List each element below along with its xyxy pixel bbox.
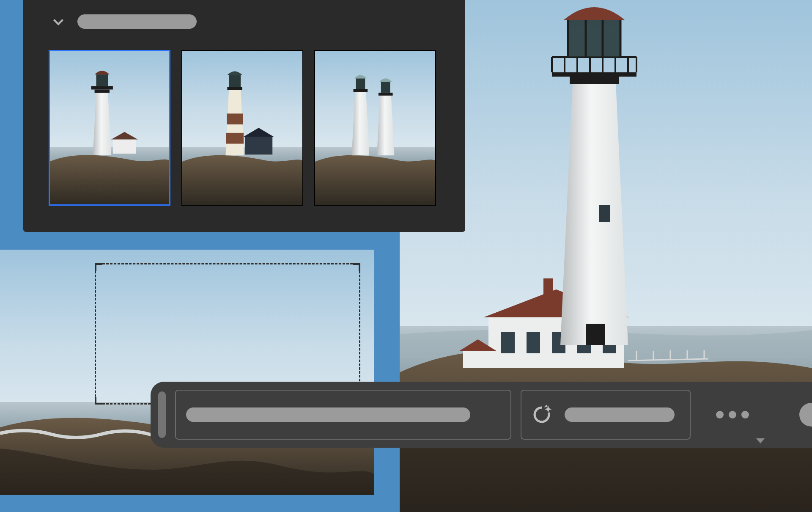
secondary-image-preview[interactable] bbox=[0, 250, 374, 495]
svg-rect-11 bbox=[463, 351, 493, 368]
svg-rect-56 bbox=[226, 133, 244, 144]
drag-handle[interactable] bbox=[158, 391, 166, 438]
overflow-control[interactable] bbox=[799, 403, 812, 427]
variation-thumb-1[interactable] bbox=[49, 50, 170, 206]
svg-rect-47 bbox=[95, 90, 110, 93]
variation-thumb-3[interactable] bbox=[314, 50, 436, 206]
svg-rect-7 bbox=[527, 332, 540, 353]
collapse-toggle[interactable] bbox=[49, 12, 68, 31]
variation-thumb-2[interactable] bbox=[181, 50, 303, 206]
dot-icon bbox=[729, 411, 736, 418]
svg-rect-33 bbox=[586, 324, 605, 345]
svg-rect-4 bbox=[543, 278, 553, 295]
variations-panel bbox=[23, 0, 465, 232]
svg-rect-15 bbox=[552, 72, 636, 77]
prompt-input[interactable] bbox=[175, 390, 511, 440]
svg-rect-59 bbox=[315, 51, 435, 155]
more-options-button[interactable] bbox=[716, 411, 749, 418]
svg-rect-52 bbox=[245, 137, 272, 155]
chevron-down-icon bbox=[51, 14, 66, 29]
svg-rect-62 bbox=[354, 89, 368, 92]
svg-rect-58 bbox=[229, 75, 241, 87]
more-options-caret-icon bbox=[756, 438, 765, 445]
generate-button[interactable] bbox=[521, 390, 691, 440]
svg-rect-44 bbox=[113, 140, 136, 154]
dot-icon bbox=[741, 411, 749, 418]
svg-rect-55 bbox=[227, 113, 243, 124]
svg-rect-57 bbox=[227, 87, 242, 90]
svg-rect-65 bbox=[379, 93, 393, 96]
coast-illustration bbox=[0, 250, 374, 495]
svg-rect-49 bbox=[96, 74, 108, 86]
svg-rect-48 bbox=[91, 86, 113, 90]
svg-rect-32 bbox=[599, 205, 610, 222]
svg-rect-66 bbox=[381, 82, 390, 93]
generate-sparkle-icon bbox=[531, 404, 553, 426]
svg-rect-26 bbox=[568, 20, 620, 57]
variation-thumbnails bbox=[49, 50, 452, 206]
svg-marker-68 bbox=[544, 405, 548, 407]
svg-rect-63 bbox=[356, 78, 365, 89]
svg-marker-69 bbox=[756, 438, 765, 443]
dot-icon bbox=[716, 411, 724, 418]
generate-label-placeholder bbox=[565, 407, 675, 422]
variations-title-placeholder bbox=[77, 14, 197, 29]
svg-rect-6 bbox=[501, 332, 515, 353]
generative-prompt-bar bbox=[151, 382, 812, 448]
prompt-placeholder bbox=[186, 407, 470, 422]
